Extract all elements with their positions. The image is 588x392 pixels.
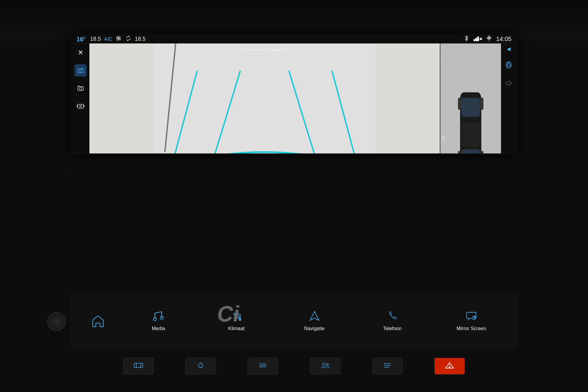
camera-surround-button[interactable]	[74, 100, 87, 112]
ac-label: A/C	[104, 36, 112, 42]
signal-4g-icon: 4G	[473, 35, 482, 43]
svg-rect-3	[477, 37, 479, 41]
phys-btn-4[interactable]	[310, 358, 341, 375]
clock-display: 14:05	[496, 36, 511, 43]
close-button[interactable]: ✕	[74, 47, 87, 59]
nav-bar: Media	[70, 292, 518, 349]
svg-rect-38	[458, 98, 462, 110]
nav-items: Media	[119, 307, 511, 334]
status-icons: 4G 14:05	[464, 35, 511, 43]
nav-item-telefoon[interactable]: Telefoon	[372, 307, 412, 334]
svg-marker-17	[375, 43, 440, 153]
media-icon	[153, 311, 164, 323]
telefoon-label: Telefoon	[383, 326, 402, 331]
left-knob[interactable]	[47, 312, 66, 331]
svg-rect-9	[78, 86, 84, 90]
phys-btn-3[interactable]	[247, 358, 278, 375]
svg-rect-7	[78, 69, 84, 73]
svg-rect-2	[476, 38, 477, 41]
camera-topdown-view: ⊡	[440, 43, 501, 153]
physical-buttons	[107, 355, 481, 377]
citroen-text: Ci	[217, 301, 239, 326]
phys-btn-hazard[interactable]	[434, 358, 465, 375]
phys-icon-2	[196, 362, 205, 370]
sync-icon	[125, 35, 132, 43]
phys-icon-5	[383, 362, 392, 370]
svg-rect-41	[480, 151, 484, 153]
svg-marker-45	[506, 81, 509, 86]
camera-area: ✕	[72, 43, 516, 153]
media-label: Media	[152, 326, 165, 331]
svg-rect-37	[462, 122, 480, 147]
fan-icon	[115, 35, 122, 43]
status-bar: 16c 18.5 A/C	[72, 35, 516, 43]
settings-button[interactable]	[505, 61, 513, 70]
temp-left: 16c	[77, 35, 85, 43]
telefoon-icon	[387, 311, 397, 323]
gps-icon	[486, 35, 492, 43]
svg-point-6	[488, 37, 490, 39]
navigatie-label: Navigatie	[304, 326, 325, 331]
camera-rear-button[interactable]	[74, 64, 87, 77]
phys-btn-2[interactable]	[185, 358, 216, 375]
svg-text:4G: 4G	[480, 37, 482, 40]
svg-point-69	[322, 363, 325, 366]
svg-point-44	[507, 64, 510, 66]
svg-point-10	[79, 87, 81, 89]
phys-btn-1[interactable]	[123, 358, 154, 375]
right-panel: ◀	[501, 43, 516, 153]
camera-main-view: Controleer uw omgeving	[89, 43, 440, 153]
phys-icon-1	[134, 362, 143, 370]
phys-icon-3	[258, 362, 267, 370]
navigatie-icon	[309, 311, 320, 323]
svg-rect-11	[78, 104, 84, 108]
svg-rect-35	[462, 98, 480, 117]
temp-value: 16	[77, 36, 83, 43]
svg-point-70	[326, 364, 328, 365]
svg-point-63	[198, 363, 203, 368]
temp-unit: c	[83, 35, 85, 40]
ac-temp: 18.5	[90, 36, 101, 42]
svg-text:⊡: ⊡	[442, 135, 445, 141]
svg-rect-60	[134, 363, 143, 368]
nav-item-mirror[interactable]: Mirror Screen	[450, 307, 492, 334]
back-button[interactable]: ◀	[507, 46, 511, 52]
car-interior: 16c 18.5 A/C	[0, 0, 588, 392]
camera-front-button[interactable]	[74, 82, 87, 94]
svg-marker-16	[89, 43, 154, 153]
svg-rect-40	[458, 151, 462, 153]
screen-display: 16c 18.5 A/C	[72, 35, 516, 153]
camera-warning-text: Controleer uw omgeving	[243, 47, 286, 52]
svg-rect-36	[462, 149, 480, 153]
screen-bezel: 16c 18.5 A/C	[70, 34, 518, 155]
phys-icon-4	[321, 362, 330, 370]
svg-point-0	[118, 38, 119, 39]
mute-button[interactable]	[505, 79, 513, 89]
side-controls: ✕	[72, 43, 89, 153]
svg-point-76	[449, 367, 450, 368]
phys-btn-5[interactable]	[372, 358, 403, 375]
nav-item-media[interactable]: Media	[138, 307, 178, 334]
hazard-icon	[445, 362, 454, 370]
svg-point-12	[80, 105, 81, 107]
temp-right: 18.5	[135, 36, 145, 42]
citroen-logo: Ci	[208, 294, 248, 334]
svg-rect-1	[474, 40, 475, 41]
nav-item-navigatie[interactable]: Navigatie	[295, 307, 334, 334]
bluetooth-icon	[464, 35, 469, 43]
home-button[interactable]	[77, 313, 119, 329]
mirror-label: Mirror Screen	[457, 326, 486, 331]
mirror-icon	[466, 311, 477, 323]
svg-point-8	[79, 70, 81, 72]
svg-rect-39	[480, 98, 484, 110]
svg-marker-55	[310, 311, 319, 320]
